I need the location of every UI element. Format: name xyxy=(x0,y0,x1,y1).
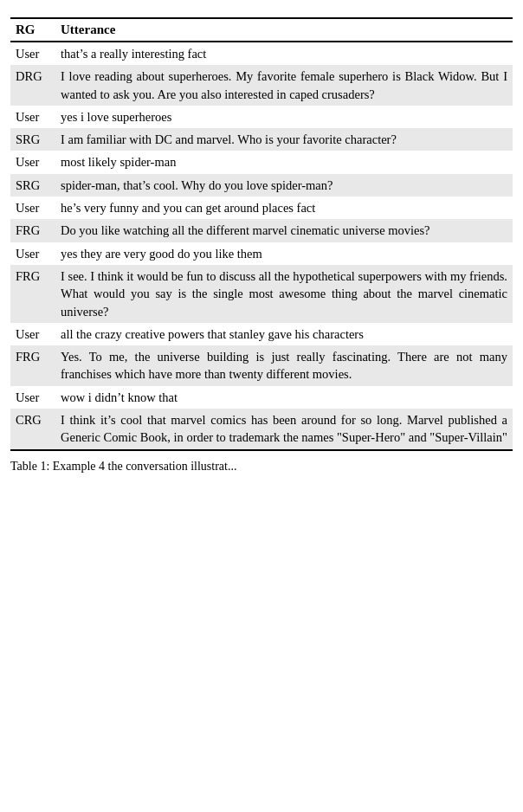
table-row: Userthat’s a really interesting fact xyxy=(10,42,513,65)
rg-header: RG xyxy=(10,18,55,42)
utterance-header: Utterance xyxy=(55,18,513,42)
table-row: Userwow i didn’t know that xyxy=(10,386,513,409)
table-row: SRGI am familiar with DC and marvel. Who… xyxy=(10,128,513,151)
utterance-cell: all the crazy creative powers that stanl… xyxy=(55,323,513,345)
utterance-cell: he’s very funny and you can get around p… xyxy=(55,197,513,219)
table-row: CRGI think it’s cool that marvel comics … xyxy=(10,409,513,450)
table-row: Usermost likely spider-man xyxy=(10,151,513,173)
utterance-cell: Yes. To me, the universe building is jus… xyxy=(55,345,513,386)
rg-cell: User xyxy=(10,386,55,409)
rg-cell: SRG xyxy=(10,174,55,197)
rg-cell: User xyxy=(10,42,55,65)
utterance-cell: I think it’s cool that marvel comics has… xyxy=(55,409,513,450)
table-row: FRGYes. To me, the universe building is … xyxy=(10,345,513,386)
rg-cell: User xyxy=(10,197,55,219)
rg-cell: User xyxy=(10,151,55,173)
rg-cell: SRG xyxy=(10,128,55,151)
table-row: FRGDo you like watching all the differen… xyxy=(10,219,513,242)
rg-cell: FRG xyxy=(10,265,55,323)
table-row: Userhe’s very funny and you can get arou… xyxy=(10,197,513,219)
rg-cell: FRG xyxy=(10,345,55,386)
utterance-cell: wow i didn’t know that xyxy=(55,386,513,409)
table-row: Userall the crazy creative powers that s… xyxy=(10,323,513,345)
rg-cell: DRG xyxy=(10,65,55,106)
table-row: FRGI see. I think it would be fun to dis… xyxy=(10,265,513,323)
utterance-cell: I see. I think it would be fun to discus… xyxy=(55,265,513,323)
table-row: SRGspider-man, that’s cool. Why do you l… xyxy=(10,174,513,197)
table-caption: Table 1: Example 4 the conversation illu… xyxy=(10,458,513,475)
utterance-cell: I am familiar with DC and marvel. Who is… xyxy=(55,128,513,151)
rg-cell: User xyxy=(10,242,55,265)
utterance-cell: that’s a really interesting fact xyxy=(55,42,513,65)
utterance-cell: I love reading about superheroes. My fav… xyxy=(55,65,513,106)
table-row: Useryes i love superheroes xyxy=(10,106,513,128)
utterance-cell: most likely spider-man xyxy=(55,151,513,173)
utterance-cell: yes i love superheroes xyxy=(55,106,513,128)
table-row: Useryes they are very good do you like t… xyxy=(10,242,513,265)
table-row: DRGI love reading about superheroes. My … xyxy=(10,65,513,106)
rg-cell: CRG xyxy=(10,409,55,450)
conversation-table: RG Utterance Userthat’s a really interes… xyxy=(10,17,513,451)
rg-cell: User xyxy=(10,106,55,128)
rg-cell: User xyxy=(10,323,55,345)
utterance-cell: Do you like watching all the different m… xyxy=(55,219,513,242)
utterance-cell: yes they are very good do you like them xyxy=(55,242,513,265)
rg-cell: FRG xyxy=(10,219,55,242)
utterance-cell: spider-man, that’s cool. Why do you love… xyxy=(55,174,513,197)
